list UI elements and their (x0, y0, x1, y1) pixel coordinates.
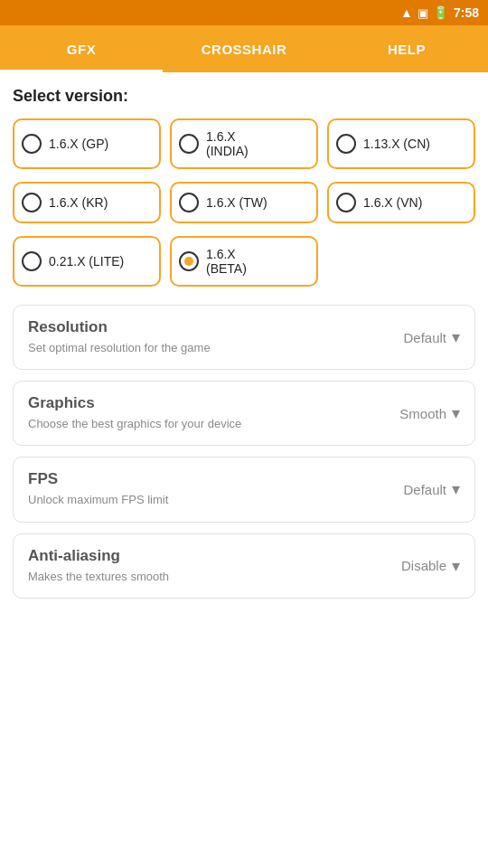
antialiasing-value: Disable (401, 558, 446, 573)
resolution-dropdown[interactable]: Default ▾ (403, 327, 460, 347)
antialiasing-card-left: Anti-aliasing Makes the textures smooth (28, 547, 401, 585)
resolution-arrow-icon: ▾ (452, 327, 460, 347)
graphics-card-left: Graphics Choose the best graphics for yo… (28, 394, 399, 432)
version-btn-lite[interactable]: 0.21.X (LITE) (13, 236, 161, 287)
radio-vn (336, 193, 356, 212)
resolution-card-left: Resolution Set optimal resolution for th… (28, 318, 403, 356)
settings-list: Resolution Set optimal resolution for th… (13, 305, 475, 599)
graphics-card[interactable]: Graphics Choose the best graphics for yo… (13, 381, 475, 446)
antialiasing-arrow-icon: ▾ (452, 556, 460, 576)
version-grid-row1: 1.6.X (GP) 1.6.X(INDIA) 1.13.X (CN) (13, 118, 475, 169)
version-btn-kr[interactable]: 1.6.X (KR) (13, 182, 161, 223)
tab-gfx[interactable]: GFX (0, 25, 163, 72)
radio-gp (22, 134, 42, 154)
radio-lite (22, 251, 42, 271)
radio-kr (22, 193, 42, 212)
version-btn-gp[interactable]: 1.6.X (GP) (13, 118, 161, 169)
fps-value: Default (403, 482, 446, 497)
version-btn-vn[interactable]: 1.6.X (VN) (327, 182, 475, 223)
fps-card-left: FPS Unlock maximum FPS limit (28, 470, 403, 508)
empty-cell (327, 236, 475, 287)
graphics-label: Graphics (28, 394, 399, 412)
graphics-arrow-icon: ▾ (452, 403, 460, 423)
status-bar: ▲ ▣ 🔋 7:58 (0, 0, 488, 25)
radio-india (179, 134, 199, 154)
clock: 7:58 (454, 5, 479, 20)
tab-help[interactable]: HELP (325, 25, 488, 72)
resolution-value: Default (403, 330, 446, 345)
fps-arrow-icon: ▾ (452, 479, 460, 499)
status-icons: ▲ ▣ 🔋 (400, 5, 448, 20)
version-btn-tw[interactable]: 1.6.X (TW) (170, 182, 318, 223)
resolution-card[interactable]: Resolution Set optimal resolution for th… (13, 305, 475, 370)
version-btn-cn[interactable]: 1.13.X (CN) (327, 118, 475, 169)
resolution-label: Resolution (28, 318, 403, 336)
fps-dropdown[interactable]: Default ▾ (403, 479, 460, 499)
fps-label: FPS (28, 470, 403, 488)
antialiasing-dropdown[interactable]: Disable ▾ (401, 556, 460, 576)
radio-beta (179, 251, 199, 271)
fps-desc: Unlock maximum FPS limit (28, 492, 403, 508)
tab-crosshair[interactable]: CROSSHAIR (163, 25, 325, 72)
version-grid-row2: 1.6.X (KR) 1.6.X (TW) 1.6.X (VN) (13, 182, 475, 223)
antialiasing-desc: Makes the textures smooth (28, 569, 401, 585)
fps-card[interactable]: FPS Unlock maximum FPS limit Default ▾ (13, 457, 475, 522)
version-btn-beta[interactable]: 1.6.X(BETA) (170, 236, 318, 287)
antialiasing-label: Anti-aliasing (28, 547, 401, 565)
graphics-value: Smooth (399, 406, 446, 421)
resolution-desc: Set optimal resolution for the game (28, 340, 403, 356)
radio-cn (336, 134, 356, 154)
version-grid-row3: 0.21.X (LITE) 1.6.X(BETA) (13, 236, 475, 287)
graphics-desc: Choose the best graphics for your device (28, 416, 399, 432)
radio-tw (179, 193, 199, 212)
antialiasing-card[interactable]: Anti-aliasing Makes the textures smooth … (13, 533, 475, 599)
wifi-icon: ▲ (400, 5, 413, 20)
main-content: Select version: 1.6.X (GP) 1.6.X(INDIA) … (0, 72, 488, 868)
signal-icon: ▣ (418, 6, 428, 20)
tab-bar: GFX CROSSHAIR HELP (0, 25, 488, 72)
graphics-dropdown[interactable]: Smooth ▾ (399, 403, 460, 423)
battery-icon: 🔋 (433, 5, 448, 20)
version-btn-india[interactable]: 1.6.X(INDIA) (170, 118, 318, 169)
section-title: Select version: (13, 87, 475, 106)
